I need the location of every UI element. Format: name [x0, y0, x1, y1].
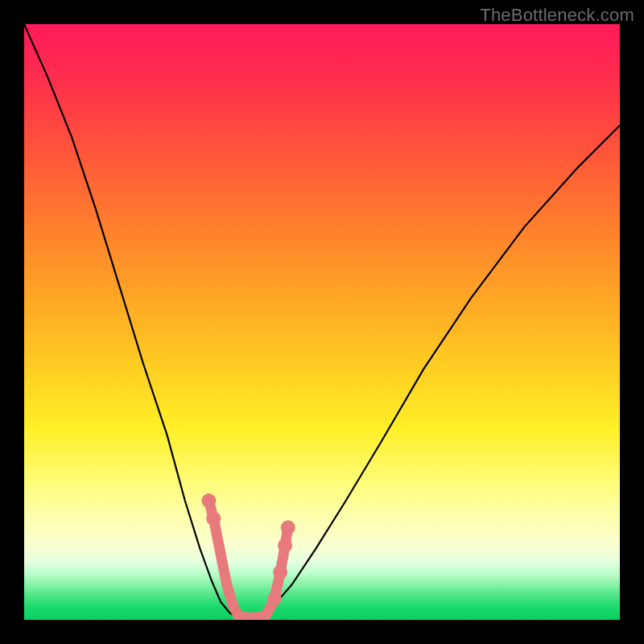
plot-area	[24, 24, 620, 620]
outer-frame: TheBottleneck.com	[0, 0, 644, 644]
highlight-dot	[281, 520, 295, 535]
highlight-dot	[273, 565, 287, 580]
curve-left-branch	[24, 24, 236, 617]
highlight-dot	[201, 493, 216, 508]
curve-right-branch	[262, 126, 620, 617]
chart-svg	[24, 24, 620, 620]
highlight-dot	[278, 539, 292, 553]
highlight-dot	[206, 511, 221, 526]
watermark-text: TheBottleneck.com	[480, 5, 634, 26]
highlight-dot	[267, 592, 282, 606]
